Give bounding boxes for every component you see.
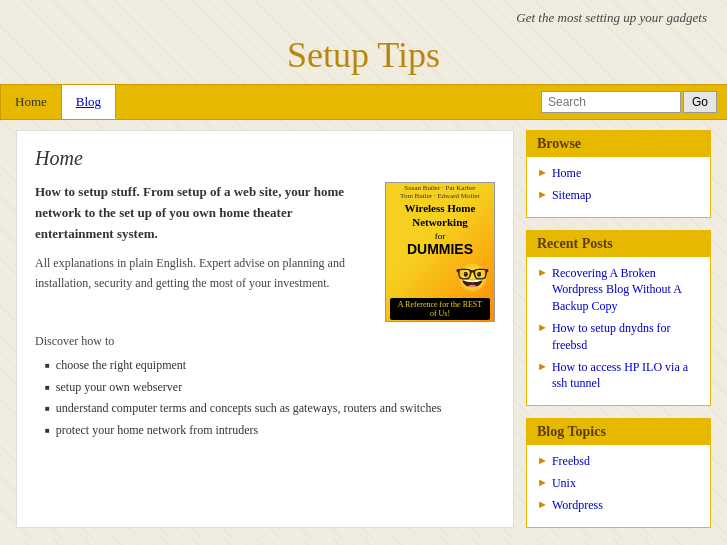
browse-header: Browse — [527, 131, 710, 157]
browse-link-home-anchor[interactable]: Home — [552, 165, 581, 182]
book-ref-badge: A Reference for the REST of Us! — [390, 298, 490, 320]
page-title: Home — [35, 147, 495, 170]
recent-post-1: ► How to setup dnydns for freebsd — [537, 320, 700, 354]
browse-link-sitemap-anchor[interactable]: Sitemap — [552, 187, 591, 204]
recent-post-2-anchor[interactable]: How to access HP ILO via a ssh tunnel — [552, 359, 700, 393]
recent-posts-content: ► Recovering A Broken Wordpress Blog Wit… — [527, 257, 710, 406]
site-title: Setup Tips — [0, 28, 727, 84]
blog-topic-0-anchor[interactable]: Freebsd — [552, 453, 590, 470]
arrow-icon: ► — [537, 166, 548, 178]
book-for: for — [435, 231, 446, 241]
nav-item-home[interactable]: Home — [0, 85, 62, 119]
bullet-list: choose the right equipment setup your ow… — [35, 355, 495, 441]
nav-bar: Home Blog Go — [0, 84, 727, 120]
book-mascot-icon: 🤓 — [455, 261, 490, 294]
browse-link-sitemap: ► Sitemap — [537, 187, 700, 204]
arrow-icon: ► — [537, 266, 548, 278]
arrow-icon: ► — [537, 476, 548, 488]
recent-post-2: ► How to access HP ILO via a ssh tunnel — [537, 359, 700, 393]
search-input[interactable] — [541, 91, 681, 113]
sidebar-recent-posts-box: Recent Posts ► Recovering A Broken Wordp… — [526, 230, 711, 407]
header-tagline: Get the most setting up your gadgets — [0, 0, 727, 28]
blog-topic-1-anchor[interactable]: Unix — [552, 475, 576, 492]
arrow-icon: ► — [537, 188, 548, 200]
nav-item-blog[interactable]: Blog — [62, 85, 116, 119]
list-item: understand computer terms and concepts s… — [45, 398, 495, 420]
book-cover: Susan Butler · Pat KarberTom Butler · Ed… — [385, 182, 495, 322]
browse-link-home: ► Home — [537, 165, 700, 182]
intro-bold: How to setup stuff. From setup of a web … — [35, 182, 373, 244]
arrow-icon: ► — [537, 454, 548, 466]
blog-topic-2-anchor[interactable]: Wordpress — [552, 497, 603, 514]
discover-label: Discover how to — [35, 334, 495, 349]
recent-post-1-anchor[interactable]: How to setup dnydns for freebsd — [552, 320, 700, 354]
recent-post-0: ► Recovering A Broken Wordpress Blog Wit… — [537, 265, 700, 315]
book-mascot-area: 🤓 — [390, 261, 490, 294]
list-item: protect your home network from intruders — [45, 420, 495, 442]
blog-topics-header: Blog Topics — [527, 419, 710, 445]
sidebar: Browse ► Home ► Sitemap Recent Posts ► R… — [526, 130, 711, 528]
recent-posts-header: Recent Posts — [527, 231, 710, 257]
sidebar-blog-topics-box: Blog Topics ► Freebsd ► Unix ► Wordpress — [526, 418, 711, 527]
browse-content: ► Home ► Sitemap — [527, 157, 710, 217]
blog-topic-2: ► Wordpress — [537, 497, 700, 514]
list-item: setup your own webserver — [45, 377, 495, 399]
book-authors: Susan Butler · Pat KarberTom Butler · Ed… — [400, 184, 480, 200]
arrow-icon: ► — [537, 321, 548, 333]
blog-topics-content: ► Freebsd ► Unix ► Wordpress — [527, 445, 710, 526]
arrow-icon: ► — [537, 360, 548, 372]
blog-topic-0: ► Freebsd — [537, 453, 700, 470]
sidebar-browse-box: Browse ► Home ► Sitemap — [526, 130, 711, 218]
book-title: Wireless Home Networking — [390, 202, 490, 228]
search-button[interactable]: Go — [683, 91, 717, 113]
intro-text: How to setup stuff. From setup of a web … — [35, 182, 373, 322]
arrow-icon: ► — [537, 498, 548, 510]
search-area: Go — [541, 91, 727, 113]
list-item: choose the right equipment — [45, 355, 495, 377]
content-area: Home How to setup stuff. From setup of a… — [0, 120, 727, 538]
intro-normal: All explanations in plain English. Exper… — [35, 254, 373, 292]
main-content: Home How to setup stuff. From setup of a… — [16, 130, 514, 528]
book-dummies: DUMMIES — [407, 241, 473, 257]
blog-topic-1: ► Unix — [537, 475, 700, 492]
intro-section: How to setup stuff. From setup of a web … — [35, 182, 495, 322]
recent-post-0-anchor[interactable]: Recovering A Broken Wordpress Blog Witho… — [552, 265, 700, 315]
